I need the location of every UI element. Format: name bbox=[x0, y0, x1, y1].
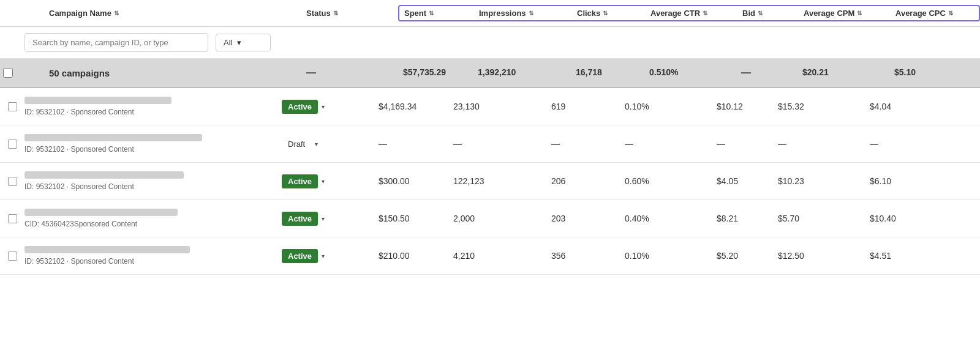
row-clicks: 203 bbox=[551, 214, 625, 223]
summary-checkbox-area bbox=[0, 68, 24, 78]
campaign-name-placeholder bbox=[24, 209, 178, 216]
summary-bid: — bbox=[741, 67, 802, 78]
row-avg-cpc: $10.40 bbox=[870, 214, 949, 223]
campaign-sub-label: ID: 9532102 · Sponsored Content bbox=[24, 257, 282, 266]
status-cell: Active ▾ bbox=[282, 100, 374, 114]
summary-metrics: $57,735.29 1,392,210 16,718 0.510% — $20… bbox=[398, 67, 980, 78]
row-impressions: 122,123 bbox=[453, 176, 551, 186]
status-badge: Active bbox=[282, 174, 318, 188]
row-impressions: — bbox=[453, 139, 551, 149]
status-dropdown-arrow[interactable]: ▾ bbox=[322, 178, 325, 185]
status-dropdown-arrow[interactable]: ▾ bbox=[322, 215, 325, 222]
status-cell: Active ▾ bbox=[282, 212, 374, 226]
sort-icon-impressions: ⇅ bbox=[529, 10, 533, 17]
table-row: CID: 45360423Sponsored Content Active ▾ … bbox=[0, 200, 980, 237]
row-avg-cpc: $6.10 bbox=[870, 176, 949, 186]
status-badge: Active bbox=[282, 212, 318, 226]
row-avg-cpc: — bbox=[870, 139, 949, 149]
campaign-sub-label: CID: 45360423Sponsored Content bbox=[24, 220, 282, 228]
col-header-avg-ctr[interactable]: Average CTR ⇅ bbox=[650, 9, 742, 18]
row-clicks: 356 bbox=[551, 251, 625, 261]
row-metrics: $150.50 2,000 203 0.40% $8.21 $5.70 $10.… bbox=[374, 214, 980, 223]
row-spent: $4,169.34 bbox=[374, 102, 453, 111]
sort-icon-avg-cpm: ⇅ bbox=[857, 10, 862, 17]
col-header-status[interactable]: Status ⇅ bbox=[306, 9, 398, 18]
campaign-sub-label: ID: 9532102 · Sponsored Content bbox=[24, 145, 282, 154]
row-avg-ctr: — bbox=[625, 139, 717, 149]
campaign-name-block: ID: 9532102 · Sponsored Content bbox=[24, 97, 282, 116]
col-header-avg-cpc[interactable]: Average CPC ⇅ bbox=[895, 9, 975, 18]
campaign-name-block: ID: 9532102 · Sponsored Content bbox=[24, 246, 282, 266]
campaigns-table: Campaign Name ⇅ Status ⇅ Spent ⇅ Impress… bbox=[0, 0, 980, 275]
row-avg-cpm: $5.70 bbox=[778, 214, 870, 223]
row-select-checkbox[interactable] bbox=[8, 140, 17, 149]
table-row: ID: 9532102 · Sponsored Content Active ▾… bbox=[0, 163, 980, 200]
col-header-clicks[interactable]: Clicks ⇅ bbox=[577, 9, 650, 18]
row-metrics: — — — — — — — bbox=[374, 139, 980, 149]
chevron-down-icon: ▾ bbox=[237, 38, 241, 47]
sort-icon-clicks: ⇅ bbox=[603, 10, 608, 17]
sort-icon-avg-cpc: ⇅ bbox=[948, 10, 953, 17]
col-header-avg-cpm[interactable]: Average CPM ⇅ bbox=[804, 9, 895, 18]
select-all-checkbox[interactable] bbox=[3, 68, 13, 78]
col-header-spent[interactable]: Spent ⇅ bbox=[399, 9, 479, 18]
row-impressions: 2,000 bbox=[453, 214, 551, 223]
row-avg-cpc: $4.04 bbox=[870, 102, 949, 111]
row-select-checkbox[interactable] bbox=[8, 214, 17, 223]
summary-avg-cpc: $5.10 bbox=[894, 67, 974, 78]
table-body: ID: 9532102 · Sponsored Content Active ▾… bbox=[0, 88, 980, 275]
row-impressions: 4,210 bbox=[453, 251, 551, 261]
row-spent: $150.50 bbox=[374, 214, 453, 223]
status-dropdown-arrow[interactable]: ▾ bbox=[322, 253, 325, 259]
summary-impressions: 1,392,210 bbox=[478, 67, 576, 78]
row-checkbox-area bbox=[0, 251, 24, 261]
col-header-bid[interactable]: Bid ⇅ bbox=[742, 9, 804, 18]
row-spent: $210.00 bbox=[374, 251, 453, 261]
row-select-checkbox[interactable] bbox=[8, 251, 17, 261]
status-cell: Active ▾ bbox=[282, 174, 374, 188]
summary-avg-cpm: $20.21 bbox=[802, 67, 894, 78]
campaign-name-placeholder bbox=[24, 97, 172, 104]
summary-spent: $57,735.29 bbox=[398, 67, 478, 78]
row-metrics: $300.00 122,123 206 0.60% $4.05 $10.23 $… bbox=[374, 176, 980, 186]
row-clicks: 206 bbox=[551, 176, 625, 186]
search-input[interactable] bbox=[24, 33, 208, 52]
row-avg-cpc: $4.51 bbox=[870, 251, 949, 261]
campaign-name-placeholder bbox=[24, 246, 190, 253]
row-spent: — bbox=[374, 139, 453, 149]
status-cell: Draft ▾ bbox=[282, 137, 374, 151]
summary-count: 50 campaigns bbox=[24, 68, 306, 78]
col-header-campaign-name[interactable]: Campaign Name ⇅ bbox=[24, 9, 306, 18]
row-avg-ctr: 0.40% bbox=[625, 214, 717, 223]
row-bid: — bbox=[717, 139, 778, 149]
row-checkbox-area bbox=[0, 214, 24, 223]
summary-clicks: 16,718 bbox=[576, 67, 649, 78]
row-bid: $10.12 bbox=[717, 102, 778, 111]
row-clicks: 619 bbox=[551, 102, 625, 111]
summary-row: 50 campaigns — $57,735.29 1,392,210 16,7… bbox=[0, 59, 980, 88]
table-row: ID: 9532102 · Sponsored Content Draft ▾ … bbox=[0, 125, 980, 163]
table-header: Campaign Name ⇅ Status ⇅ Spent ⇅ Impress… bbox=[0, 0, 980, 27]
col-header-impressions[interactable]: Impressions ⇅ bbox=[479, 9, 577, 18]
status-filter-dropdown[interactable]: All ▾ bbox=[216, 34, 271, 51]
row-checkbox-area bbox=[0, 102, 24, 111]
campaign-name-block: ID: 9532102 · Sponsored Content bbox=[24, 171, 282, 191]
status-dropdown-arrow[interactable]: ▾ bbox=[322, 103, 325, 110]
row-spent: $300.00 bbox=[374, 176, 453, 186]
row-avg-ctr: 0.10% bbox=[625, 251, 717, 261]
row-avg-ctr: 0.10% bbox=[625, 102, 717, 111]
sort-icon-spent: ⇅ bbox=[429, 10, 434, 17]
row-select-checkbox[interactable] bbox=[8, 177, 17, 186]
row-metrics: $210.00 4,210 356 0.10% $5.20 $12.50 $4.… bbox=[374, 251, 980, 261]
table-row: ID: 9532102 · Sponsored Content Active ▾… bbox=[0, 237, 980, 275]
row-select-checkbox[interactable] bbox=[8, 102, 17, 111]
sort-icon-campaign-name: ⇅ bbox=[114, 10, 119, 17]
sort-icon-avg-ctr: ⇅ bbox=[703, 10, 707, 17]
status-dropdown-arrow[interactable]: ▾ bbox=[315, 141, 318, 147]
campaign-name-placeholder bbox=[24, 171, 184, 179]
row-avg-cpm: $15.32 bbox=[778, 102, 870, 111]
row-metrics: $4,169.34 23,130 619 0.10% $10.12 $15.32… bbox=[374, 102, 980, 111]
row-avg-cpm: $12.50 bbox=[778, 251, 870, 261]
row-bid: $8.21 bbox=[717, 214, 778, 223]
status-badge: Draft bbox=[282, 137, 311, 151]
